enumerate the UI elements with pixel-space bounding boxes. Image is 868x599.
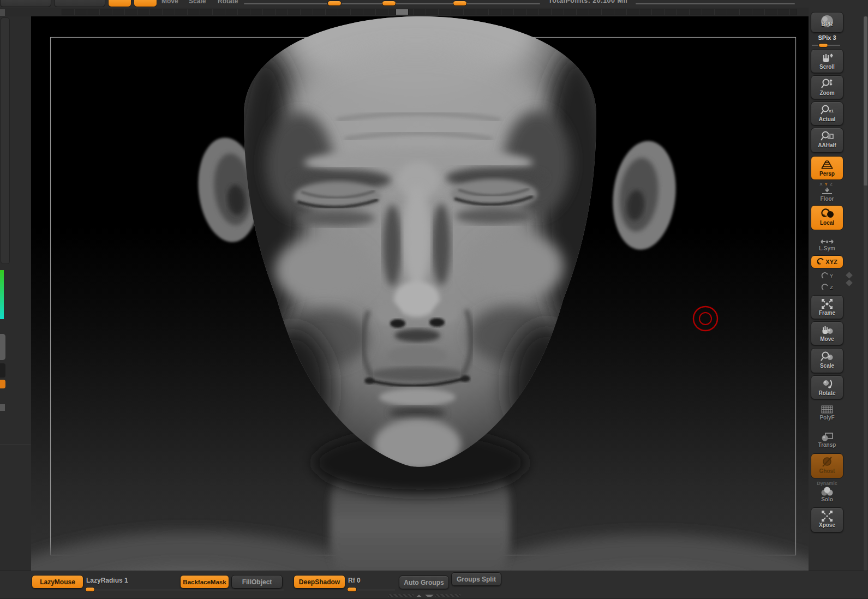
wireframe-grid-icon xyxy=(820,405,834,415)
xyz-rotation-button[interactable]: XYZ xyxy=(811,255,843,268)
aahalf-button[interactable]: AAHalf xyxy=(811,128,843,153)
color-picker-hue-strip[interactable] xyxy=(0,270,4,319)
rotate-y-button[interactable]: Y xyxy=(811,271,843,281)
rotate-z-icon xyxy=(821,283,830,292)
total-points-readout: TotalPoints: 20.100 Mil xyxy=(548,0,627,4)
scale-label: Scale xyxy=(820,363,834,369)
floor-label: Floor xyxy=(821,196,834,202)
transp-button[interactable]: Transp xyxy=(811,431,843,451)
right-scrollbar-thumb[interactable] xyxy=(864,16,867,185)
actual-label: Actual xyxy=(819,116,836,122)
persp-button[interactable]: Persp xyxy=(811,156,843,180)
right-shelf: BPR SPix 3 Scroll xyxy=(809,0,868,599)
xpose-label: Xpose xyxy=(819,522,835,528)
aahalf-label: AAHalf xyxy=(818,142,836,148)
lazymouse-label: LazyMouse xyxy=(40,578,75,586)
timeline-scrubber[interactable] xyxy=(396,9,409,15)
spix-label: SPix xyxy=(818,34,831,41)
axis-toggle-row[interactable]: XYZ xyxy=(811,182,843,187)
bpr-button[interactable]: BPR xyxy=(811,12,843,33)
groups-split-label: Groups Split xyxy=(457,576,496,583)
scale-mode-label[interactable]: Scale xyxy=(189,0,206,5)
zoom-label: Zoom xyxy=(819,90,834,96)
solo-button[interactable]: Solo xyxy=(811,487,843,504)
lazyradius-slider-handle[interactable] xyxy=(85,587,95,592)
left-swatch-orange[interactable] xyxy=(0,380,5,388)
deepshadow-label: DeepShadow xyxy=(299,578,340,586)
lsym-button[interactable]: L.Sym xyxy=(811,238,843,253)
floor-button[interactable]: Floor xyxy=(811,187,843,202)
fillobject-button[interactable]: FillObject xyxy=(231,575,283,589)
top-shelf-button-2[interactable] xyxy=(54,0,105,7)
rotate-z-button[interactable]: Z xyxy=(811,283,843,292)
dynamic-label: Dynamic xyxy=(811,481,843,486)
left-swatch-dark[interactable] xyxy=(0,363,5,378)
scale-button[interactable]: Scale xyxy=(811,348,843,373)
slider-handle-2[interactable] xyxy=(382,1,396,6)
persp-label: Persp xyxy=(819,171,835,177)
lazyradius-slider-label: LazyRadius 1 xyxy=(86,577,128,584)
backfacemask-button[interactable]: BackfaceMask xyxy=(180,575,229,589)
local-button[interactable]: Local xyxy=(811,205,843,230)
svg-text:x1: x1 xyxy=(829,109,834,113)
rotate-button[interactable]: Rotate xyxy=(811,375,843,399)
magnifier-1x-icon: x1 xyxy=(820,104,834,116)
left-palette-edge[interactable] xyxy=(1,17,10,264)
rotate-sphere-icon xyxy=(820,378,834,390)
lsym-label: L.Sym xyxy=(819,245,835,251)
left-small-handle[interactable] xyxy=(0,404,5,411)
rotate-y-label: Y xyxy=(830,273,833,279)
xpose-button[interactable]: Xpose xyxy=(811,507,843,532)
scroll-button[interactable]: Scroll xyxy=(811,49,843,73)
brush-cursor xyxy=(693,307,717,331)
transparency-sphere-icon xyxy=(820,432,834,442)
frame-button[interactable]: Frame xyxy=(811,295,843,319)
rotate-mode-label[interactable]: Rotate xyxy=(218,0,238,5)
backfacemask-label: BackfaceMask xyxy=(183,579,226,585)
timeline-left-cap[interactable] xyxy=(0,9,5,16)
polyf-label: PolyF xyxy=(819,415,834,421)
tray-divider-handle-bottom[interactable] xyxy=(846,279,853,286)
sculpt-canvas[interactable] xyxy=(31,16,809,571)
slider-handle-3[interactable] xyxy=(453,1,467,6)
magnifier-zoom-icon xyxy=(820,78,834,90)
rf-slider-handle[interactable] xyxy=(347,587,357,592)
auto-groups-button[interactable]: Auto Groups xyxy=(399,576,449,589)
top-slider-track-2[interactable] xyxy=(636,3,795,4)
top-shelf-button-1[interactable] xyxy=(0,0,51,7)
xyz-label: XYZ xyxy=(825,259,837,265)
lazymouse-button[interactable]: LazyMouse xyxy=(32,575,83,589)
slider-handle-1[interactable] xyxy=(327,1,342,6)
perspective-grid-icon xyxy=(820,159,834,171)
axis-y-toggle[interactable]: Y xyxy=(825,182,830,187)
timeline-row xyxy=(0,8,868,16)
ghost-button[interactable]: Ghost xyxy=(811,453,843,478)
scroll-label: Scroll xyxy=(819,64,835,70)
tray-divider-handle-top[interactable] xyxy=(846,272,853,279)
axis-z-toggle[interactable]: Z xyxy=(830,182,835,187)
floor-arrow-icon xyxy=(820,187,834,196)
timeline-track[interactable] xyxy=(62,9,797,15)
rf-label: Rf xyxy=(348,577,355,584)
symmetry-arrows-icon xyxy=(820,238,834,245)
move-button[interactable]: Move xyxy=(811,321,843,345)
fillobject-label: FillObject xyxy=(242,578,272,586)
left-swatch-gray[interactable] xyxy=(0,334,5,360)
deepshadow-button[interactable]: DeepShadow xyxy=(294,575,345,589)
polyf-button[interactable]: PolyF xyxy=(811,404,843,423)
rotate-z-label: Z xyxy=(830,285,833,291)
move-mode-label[interactable]: Move xyxy=(161,0,178,5)
zoom-button[interactable]: Zoom xyxy=(811,75,843,99)
groups-split-button[interactable]: Groups Split xyxy=(451,572,501,586)
actual-button[interactable]: x1 Actual xyxy=(811,101,843,125)
axis-x-toggle[interactable]: X xyxy=(819,182,824,187)
lazyradius-slider-track[interactable] xyxy=(86,590,284,590)
edit-mode-button[interactable] xyxy=(108,0,131,7)
left-shelf xyxy=(0,16,31,571)
spix-row: SPix 3 xyxy=(811,34,843,41)
rotate-xyz-icon xyxy=(817,257,825,266)
draw-mode-button[interactable] xyxy=(134,0,157,7)
magnifier-half-icon xyxy=(820,130,834,142)
ghost-label: Ghost xyxy=(819,468,835,474)
spix-slider-handle[interactable] xyxy=(818,43,828,47)
